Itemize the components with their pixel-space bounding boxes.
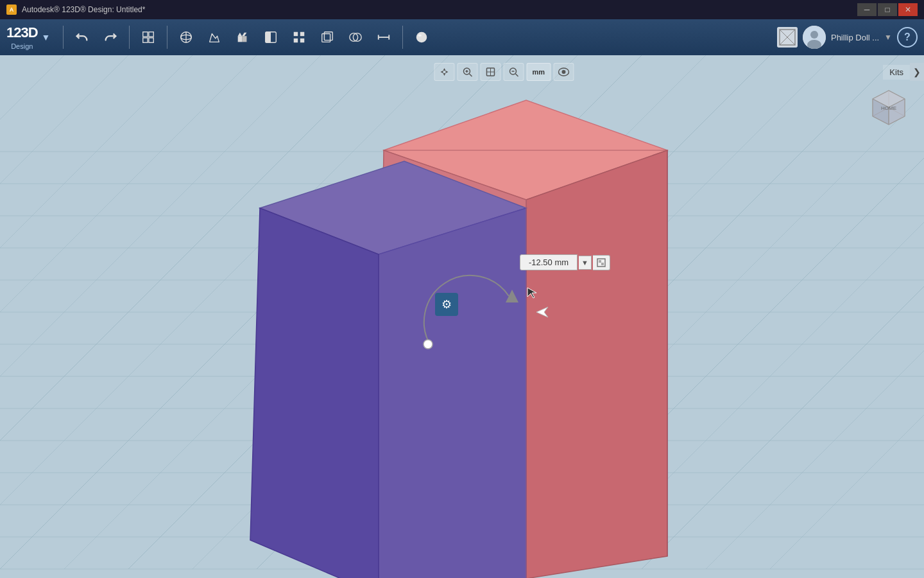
svg-rect-18 (325, 32, 333, 40)
svg-rect-2 (143, 38, 148, 42)
svg-rect-0 (143, 32, 148, 37)
unit-selector[interactable]: mm (526, 63, 551, 81)
measurement-input: -12.50 mm ▼ (520, 254, 610, 270)
user-area: Phillip Doll ... ▼ ? (777, 26, 918, 49)
pattern-button[interactable] (287, 25, 311, 49)
svg-point-25 (418, 34, 422, 37)
user-avatar (803, 26, 826, 49)
measurement-dropdown[interactable]: ▼ (579, 256, 592, 270)
kits-label[interactable]: Kits (883, 65, 910, 80)
svg-rect-110 (599, 260, 601, 263)
snap-button[interactable] (136, 25, 160, 49)
svg-rect-7 (238, 36, 242, 42)
group-button[interactable] (315, 25, 339, 49)
svg-rect-14 (300, 32, 304, 36)
fit-view-button[interactable] (480, 63, 501, 81)
logo-area: 123D Design ▼ (6, 24, 50, 50)
svg-marker-82 (526, 150, 667, 578)
app-logo-small: A (6, 4, 17, 15)
window-title: Autodesk® 123D® Design: Untitled* (22, 5, 145, 14)
redo-button[interactable] (98, 25, 123, 49)
svg-marker-9 (243, 33, 247, 37)
svg-marker-96 (445, 71, 448, 73)
undo-button[interactable] (70, 25, 94, 49)
logo-dropdown-icon[interactable]: ▼ (42, 32, 51, 42)
title-bar: A Autodesk® 123D® Design: Untitled* ─ □ … (0, 0, 924, 19)
sub-toolbar: mm (434, 63, 574, 81)
toolbar-divider-4 (402, 26, 403, 49)
svg-rect-10 (243, 36, 247, 42)
modify-button[interactable] (259, 25, 283, 49)
measure-button[interactable] (372, 25, 396, 49)
settings-button[interactable]: ⚙ (435, 293, 458, 316)
measurement-value[interactable]: -12.50 mm (520, 254, 578, 270)
window-controls: ─ □ ✕ (857, 3, 918, 16)
svg-marker-85 (379, 208, 526, 578)
toolbar-divider-3 (167, 26, 167, 49)
svg-rect-13 (294, 32, 298, 36)
svg-marker-94 (443, 73, 445, 76)
3d-shapes (0, 55, 924, 578)
svg-marker-93 (443, 68, 445, 71)
minimize-button[interactable]: ─ (857, 3, 877, 16)
visibility-button[interactable] (553, 63, 574, 81)
title-bar-left: A Autodesk® 123D® Design: Untitled* (6, 4, 145, 15)
sketch-button[interactable] (202, 25, 227, 49)
svg-point-24 (416, 32, 427, 43)
close-button[interactable]: ✕ (898, 3, 918, 16)
logo-text: 123D (6, 24, 38, 41)
svg-point-91 (424, 340, 432, 349)
help-button[interactable]: ? (897, 27, 918, 48)
svg-rect-1 (149, 32, 153, 37)
user-icon (777, 27, 798, 48)
user-dropdown-arrow[interactable]: ▼ (884, 33, 892, 42)
viewport[interactable]: mm Kits ❯ -12.50 mm ▼ ⚙ (0, 55, 924, 578)
measurement-icon[interactable] (593, 255, 610, 270)
svg-point-31 (810, 31, 818, 39)
svg-rect-17 (322, 34, 330, 42)
svg-rect-111 (601, 263, 604, 265)
svg-rect-3 (149, 38, 153, 42)
svg-rect-16 (300, 39, 304, 42)
zoom-in-button[interactable] (457, 63, 477, 81)
svg-point-108 (561, 70, 565, 74)
svg-line-98 (469, 74, 472, 76)
svg-marker-95 (440, 71, 443, 73)
user-name: Phillip Doll ... (831, 33, 879, 42)
combine-button[interactable] (343, 25, 368, 49)
zoom-out-button[interactable] (503, 63, 524, 81)
svg-marker-86 (250, 208, 379, 578)
logo-sub: Design (11, 42, 33, 50)
svg-text:HOME: HOME (881, 105, 896, 111)
material-button[interactable] (409, 25, 434, 49)
kits-toggle[interactable]: ❯ (910, 63, 924, 81)
svg-marker-8 (238, 33, 242, 37)
toolbar-divider-2 (129, 26, 130, 49)
main-toolbar: 123D Design ▼ (0, 19, 924, 55)
construct-button[interactable] (230, 25, 255, 49)
maximize-button[interactable]: □ (878, 3, 897, 16)
toolbar-divider-1 (63, 26, 64, 49)
pan-button[interactable] (434, 63, 454, 81)
svg-line-105 (515, 74, 518, 76)
primitive-button[interactable] (174, 25, 198, 49)
svg-rect-12 (266, 32, 271, 43)
kits-panel: Kits ❯ (883, 63, 924, 81)
svg-rect-15 (294, 39, 298, 42)
nav-cube[interactable]: HOME (866, 87, 911, 132)
